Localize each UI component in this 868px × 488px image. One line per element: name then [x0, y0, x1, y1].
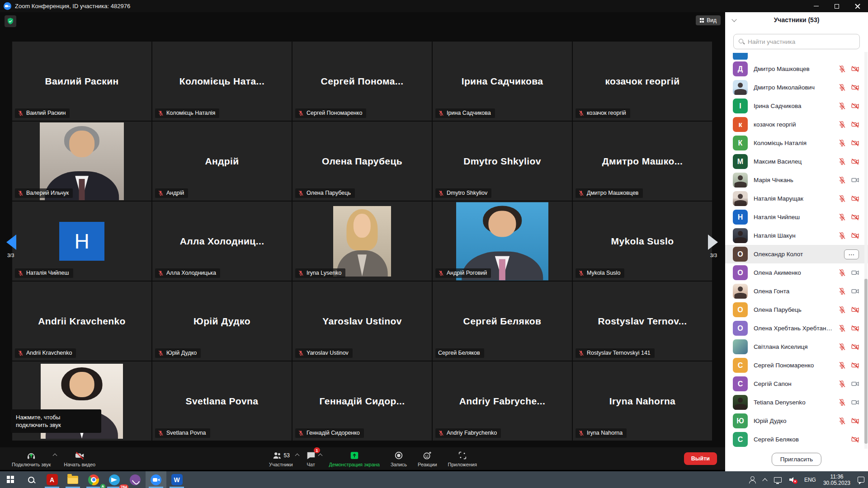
video-tile[interactable]: Iryna Nahorna Iryna Nahorna: [573, 361, 712, 441]
participant-row[interactable]: Ю Юрій Дудко: [725, 412, 868, 430]
participant-row[interactable]: Наталія Марущак: [725, 189, 868, 208]
participant-row[interactable]: М Максим Василец: [725, 152, 868, 171]
video-tile[interactable]: Iryna Lysenko: [292, 202, 432, 281]
video-tile[interactable]: Олена Парубець Олена Парубець: [292, 122, 432, 201]
taskbar-people-button[interactable]: [745, 471, 760, 488]
windows-logo-icon: [7, 476, 14, 483]
volume-button[interactable]: ✕: [785, 471, 801, 488]
video-tile[interactable]: Коломієць Ната... Коломієць Наталія: [152, 42, 292, 121]
video-tile[interactable]: Dmytro Shkyliov Dmytro Shkyliov: [433, 122, 572, 201]
taskbar-acrobat[interactable]: A: [42, 471, 62, 488]
reactions-button[interactable]: Реакции: [412, 447, 443, 470]
participant-row[interactable]: С Сергей Пономаренко: [725, 356, 868, 375]
participant-row[interactable]: Олена Гонта: [725, 282, 868, 300]
participant-row[interactable]: К Коломієць Наталія: [725, 134, 868, 152]
start-button[interactable]: [0, 471, 21, 488]
apps-button[interactable]: Приложения: [443, 447, 482, 470]
participant-row[interactable]: Д Дмитро Машковцев: [725, 60, 868, 78]
security-shield-icon[interactable]: [5, 15, 16, 27]
video-tile[interactable]: Геннадій Сидор... Геннадій Сидоренко: [292, 361, 432, 441]
tile-nameplate: Наталія Чийпеш: [15, 268, 73, 278]
video-tile[interactable]: Сергей Понома... Сергей Пономаренко: [292, 42, 432, 121]
tile-nameplate: Dmytro Shkyliov: [435, 188, 491, 198]
video-off-icon: [851, 195, 859, 202]
video-on-icon: [851, 380, 859, 388]
participant-row[interactable]: Н Наталія Чийпеш: [725, 208, 868, 226]
action-center-button[interactable]: [854, 471, 868, 488]
taskbar-file-explorer[interactable]: [62, 471, 83, 488]
video-tile[interactable]: козачок георгій козачок георгій: [573, 42, 712, 121]
video-tile[interactable]: Андрій Андрій: [152, 122, 292, 201]
participant-name: Юрій Дудко: [754, 418, 832, 424]
mic-off-icon: [578, 110, 584, 116]
participants-button[interactable]: 53 Участники: [264, 447, 298, 470]
video-tile[interactable]: Ірина Садчикова Ірина Садчикова: [433, 42, 572, 121]
taskbar-zoom[interactable]: [146, 471, 166, 488]
search-input[interactable]: [748, 38, 855, 45]
video-tile[interactable]: Дмитро Машко... Дмитро Машковцев: [573, 122, 712, 201]
close-button[interactable]: [847, 0, 868, 12]
scrollbar-thumb[interactable]: [864, 279, 868, 444]
video-tile[interactable]: Ваилий Раскин Ваилий Раскин: [12, 42, 151, 121]
join-audio-button[interactable]: Подключить звук: [6, 450, 56, 467]
participant-row[interactable]: О Олена Парубець: [725, 300, 868, 319]
participant-row[interactable]: Tetiana Denysenko: [725, 393, 868, 412]
taskbar-clock[interactable]: 11:36 30.05.2023: [820, 474, 854, 486]
prev-page-arrow[interactable]: [6, 235, 16, 250]
network-button[interactable]: [770, 471, 785, 488]
video-tile[interactable]: Валерий Ильчук: [12, 122, 151, 201]
video-tile[interactable]: Andrii Kravchenko Andrii Kravchenko: [12, 282, 151, 361]
share-screen-button[interactable]: Демонстрация экрана: [324, 447, 385, 470]
participant-name: Наталія Марущак: [754, 195, 832, 202]
participant-row[interactable]: Світлана Киселиця: [725, 338, 868, 356]
record-button[interactable]: Запись: [385, 447, 412, 470]
participant-row[interactable]: к козачок георгій: [725, 115, 868, 134]
mic-off-icon: [298, 430, 304, 436]
participant-row[interactable]: І Ірина Садчикова: [725, 97, 868, 115]
participant-row[interactable]: [725, 53, 868, 60]
video-tile[interactable]: Н Наталія Чийпеш: [12, 202, 151, 281]
video-tile[interactable]: Yaroslav Ustinov Yaroslav Ustinov: [292, 282, 432, 361]
participant-more-button[interactable]: ⋯: [844, 249, 859, 259]
participant-name: Сергій Сапон: [754, 380, 832, 387]
participant-row[interactable]: О Олена Акименко: [725, 263, 868, 282]
video-tile[interactable]: Andriy Fabryche... Andriy Fabrychenko: [433, 361, 572, 441]
video-tile[interactable]: Алла Холодниц... Алла Холодницька: [152, 202, 292, 281]
video-on-icon: [851, 287, 859, 295]
chat-badge: 1: [314, 447, 320, 453]
taskbar-chrome[interactable]: A: [83, 471, 104, 488]
mic-off-icon: [298, 270, 304, 276]
participant-avatar: [733, 53, 748, 60]
start-video-button[interactable]: Начать видео: [58, 450, 101, 467]
view-button[interactable]: Вид: [696, 15, 721, 25]
video-tile[interactable]: Mykola Suslo Mykola Suslo: [573, 202, 712, 281]
leave-button[interactable]: Выйти: [684, 452, 717, 465]
tile-nameplate: Андрій Роговий: [435, 268, 491, 278]
video-tile[interactable]: Андрій Роговий: [433, 202, 572, 281]
participant-avatar: Д: [733, 61, 748, 76]
chat-button[interactable]: 1 Чат: [301, 447, 321, 470]
taskbar-telegram[interactable]: 784: [104, 471, 125, 488]
language-indicator[interactable]: ENG: [801, 477, 820, 483]
video-tile[interactable]: Rostyslav Ternov... Rostyslav Ternovskyi…: [573, 282, 712, 361]
video-tile[interactable]: Svetlana Povna Svetlana Povna: [152, 361, 292, 441]
minimize-button[interactable]: [806, 0, 826, 12]
video-tile[interactable]: Сергей Беляков Сергей Беляков: [433, 282, 572, 361]
tray-expand-button[interactable]: [760, 471, 770, 488]
participant-row[interactable]: С Сергій Сапон: [725, 375, 868, 393]
panel-collapse-chevron-icon[interactable]: [731, 17, 736, 22]
participant-row[interactable]: О Олена Хребтань Хребтань Ол...: [725, 319, 868, 338]
participant-row[interactable]: Наталія Шакун: [725, 226, 868, 245]
participant-row[interactable]: Марія Чічкань: [725, 171, 868, 189]
taskbar-word[interactable]: W: [166, 471, 187, 488]
participant-row[interactable]: Дмитро Миколайович: [725, 78, 868, 97]
acrobat-icon: A: [47, 474, 58, 485]
invite-button[interactable]: Пригласить: [772, 453, 821, 466]
participant-row[interactable]: С Сергей Беляков: [725, 430, 868, 449]
participants-icon: [272, 450, 282, 460]
taskbar-search-button[interactable]: [21, 471, 42, 488]
maximize-button[interactable]: [826, 0, 847, 12]
participant-row[interactable]: О Олександр Колот ⋯: [725, 245, 868, 263]
next-page-arrow[interactable]: [708, 235, 718, 250]
video-tile[interactable]: Юрій Дудко Юрій Дудко: [152, 282, 292, 361]
